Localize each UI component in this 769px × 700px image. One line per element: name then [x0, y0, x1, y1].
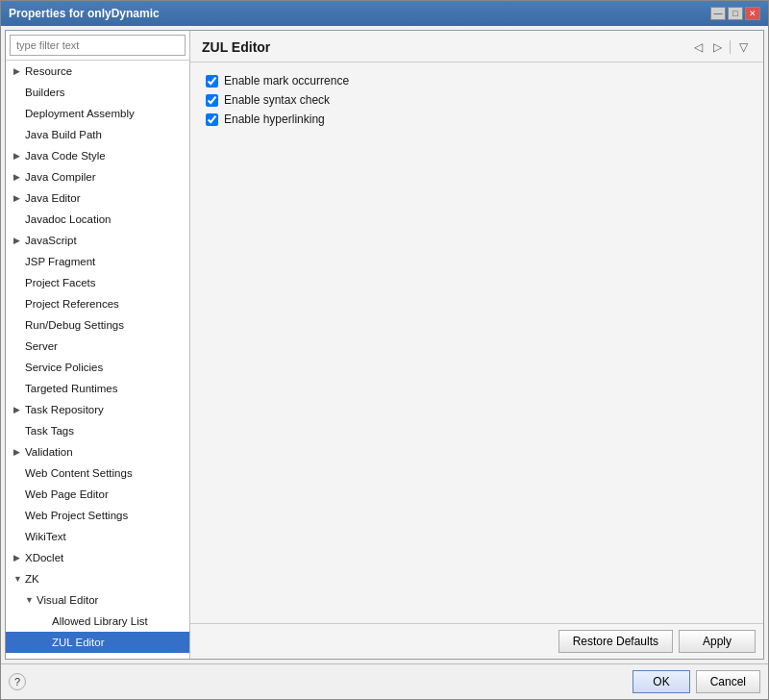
right-content: Enable mark occurrenceEnable syntax chec…: [190, 62, 763, 623]
tree-label-service-policies: Service Policies: [25, 359, 103, 376]
tree-item-visual-editor[interactable]: ▼Visual Editor: [6, 589, 189, 611]
tree-item-zul-editor[interactable]: ZUL Editor: [6, 632, 189, 653]
checkbox-syntax-check[interactable]: [206, 94, 218, 107]
tree-label-builders: Builders: [25, 84, 65, 101]
checkbox-label-mark-occurrence: Enable mark occurrence: [224, 74, 349, 88]
tree-label-visual-editor: Visual Editor: [37, 591, 98, 609]
tree-label-xdoclet: XDoclet: [25, 549, 63, 566]
close-button[interactable]: ✕: [745, 7, 760, 20]
tree-arrow-validation: ▶: [13, 443, 25, 461]
tree-item-run-debug-settings[interactable]: Run/Debug Settings: [6, 314, 189, 336]
right-panel: ZUL Editor ◁ ▷ ▽ Enable mark occurrenceE…: [190, 31, 763, 659]
tree-label-allowed-library-list: Allowed Library List: [52, 612, 148, 630]
tree-arrow-xdoclet: ▶: [13, 549, 25, 566]
panel-title: ZUL Editor: [202, 39, 270, 55]
tree-item-server[interactable]: Server: [6, 336, 189, 357]
toolbar-icons: ◁ ▷ ▽: [689, 38, 752, 56]
tree-item-targeted-runtimes[interactable]: Targeted Runtimes: [6, 378, 189, 399]
tree-item-zk[interactable]: ▼ZK: [6, 568, 189, 589]
properties-dialog: Properties for onlyDynamic — □ ✕ ▶Resour…: [0, 0, 769, 700]
tree-label-deployment-assembly: Deployment Assembly: [25, 105, 135, 122]
tree-arrow-task-repository: ▶: [13, 401, 25, 418]
minimize-button[interactable]: —: [710, 7, 726, 20]
tree-label-web-project-settings: Web Project Settings: [25, 507, 128, 524]
tree-arrow-java-editor: ▶: [13, 189, 25, 207]
tree-arrow-zk: ▼: [13, 570, 25, 588]
dropdown-icon[interactable]: ▽: [734, 38, 752, 56]
checkbox-label-syntax-check: Enable syntax check: [224, 93, 330, 107]
dialog-footer: ? OK Cancel: [1, 663, 768, 699]
tree-item-builders[interactable]: Builders: [6, 82, 189, 103]
tree-arrow-visual-editor: ▼: [25, 591, 37, 609]
tree-label-project-references: Project References: [25, 295, 119, 312]
checkbox-item-syntax-check: Enable syntax check: [206, 93, 748, 107]
tree-arrow-java-compiler: ▶: [13, 168, 25, 186]
tree-label-wikitext: WikiText: [25, 528, 66, 545]
tree-item-java-editor[interactable]: ▶Java Editor: [6, 188, 189, 209]
filter-box: [6, 31, 189, 61]
tree-label-validation: Validation: [25, 443, 73, 461]
cancel-button[interactable]: Cancel: [696, 670, 760, 693]
tree-item-wikitext[interactable]: WikiText: [6, 526, 189, 547]
tree-item-javadoc-location[interactable]: Javadoc Location: [6, 209, 189, 230]
left-panel: ▶ResourceBuildersDeployment AssemblyJava…: [6, 31, 190, 659]
tree-label-targeted-runtimes: Targeted Runtimes: [25, 380, 118, 397]
tree-item-allowed-library-list[interactable]: Allowed Library List: [6, 611, 189, 632]
tree-item-service-policies[interactable]: Service Policies: [6, 357, 189, 378]
tree-item-xdoclet[interactable]: ▶XDoclet: [6, 547, 189, 568]
restore-defaults-button[interactable]: Restore Defaults: [558, 630, 673, 653]
help-button[interactable]: ?: [9, 673, 26, 690]
tree-label-run-debug-settings: Run/Debug Settings: [25, 316, 124, 334]
bottom-buttons: Restore Defaults Apply: [190, 623, 763, 659]
tree-label-zul-editor: ZUL Editor: [52, 634, 105, 651]
tree-label-web-page-editor: Web Page Editor: [25, 486, 109, 503]
checkbox-item-mark-occurrence: Enable mark occurrence: [206, 74, 748, 88]
tree-item-project-references[interactable]: Project References: [6, 293, 189, 314]
ok-button[interactable]: OK: [633, 670, 689, 693]
tree-label-java-build-path: Java Build Path: [25, 126, 102, 143]
main-content: ▶ResourceBuildersDeployment AssemblyJava…: [5, 30, 764, 660]
right-header: ZUL Editor ◁ ▷ ▽: [190, 31, 763, 62]
tree-item-deployment-assembly[interactable]: Deployment Assembly: [6, 103, 189, 124]
tree-label-server: Server: [25, 338, 58, 355]
tree-item-validation[interactable]: ▶Validation: [6, 441, 189, 462]
checkbox-mark-occurrence[interactable]: [206, 75, 218, 88]
tree-item-task-repository[interactable]: ▶Task Repository: [6, 399, 189, 420]
tree-item-project-facets[interactable]: Project Facets: [6, 272, 189, 293]
checkbox-hyperlinking[interactable]: [206, 113, 218, 126]
tree-item-java-code-style[interactable]: ▶Java Code Style: [6, 145, 189, 166]
checkbox-label-hyperlinking: Enable hyperlinking: [224, 112, 325, 126]
tree-item-java-build-path[interactable]: Java Build Path: [6, 124, 189, 145]
filter-input[interactable]: [10, 35, 186, 56]
dialog-title: Properties for onlyDynamic: [9, 7, 160, 20]
tree-label-zk: ZK: [25, 570, 39, 588]
tree-label-java-editor: Java Editor: [25, 189, 81, 207]
checkbox-item-hyperlinking: Enable hyperlinking: [206, 112, 748, 126]
tree-label-resource: Resource: [25, 62, 72, 80]
tree-item-jsp-fragment[interactable]: JSP Fragment: [6, 251, 189, 272]
window-controls: — □ ✕: [710, 7, 760, 20]
tree-item-task-tags[interactable]: Task Tags: [6, 420, 189, 441]
tree-label-java-compiler: Java Compiler: [25, 168, 96, 186]
footer-actions: OK Cancel: [633, 670, 760, 693]
toolbar-divider: [730, 40, 731, 54]
tree-item-web-content-settings[interactable]: Web Content Settings: [6, 462, 189, 484]
tree-label-task-tags: Task Tags: [25, 422, 74, 439]
maximize-button[interactable]: □: [728, 7, 743, 20]
tree-label-project-facets: Project Facets: [25, 274, 96, 291]
title-bar: Properties for onlyDynamic — □ ✕: [1, 1, 768, 26]
tree-item-web-page-editor[interactable]: Web Page Editor: [6, 484, 189, 505]
tree-item-javascript[interactable]: ▶JavaScript: [6, 230, 189, 251]
tree-container: ▶ResourceBuildersDeployment AssemblyJava…: [6, 61, 189, 659]
tree-label-web-content-settings: Web Content Settings: [25, 464, 133, 482]
tree-item-web-project-settings[interactable]: Web Project Settings: [6, 505, 189, 526]
tree-arrow-resource: ▶: [13, 62, 25, 80]
forward-icon[interactable]: ▷: [708, 38, 726, 56]
tree-label-task-repository: Task Repository: [25, 401, 104, 418]
back-icon[interactable]: ◁: [689, 38, 707, 56]
tree-item-java-compiler[interactable]: ▶Java Compiler: [6, 166, 189, 188]
apply-button[interactable]: Apply: [679, 630, 756, 653]
tree-item-resource[interactable]: ▶Resource: [6, 61, 189, 82]
tree-label-javadoc-location: Javadoc Location: [25, 211, 112, 228]
tree-arrow-java-code-style: ▶: [13, 147, 25, 164]
